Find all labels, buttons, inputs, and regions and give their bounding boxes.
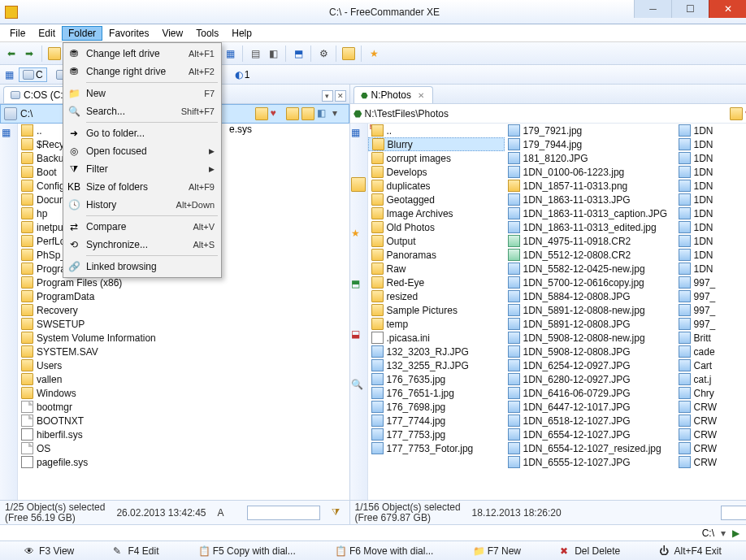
list-item[interactable]: 1DN_6518-12-1027.JPG	[505, 414, 675, 428]
path-dropdown[interactable]: ▾	[332, 107, 345, 120]
list-item[interactable]: 1DN	[675, 137, 746, 151]
menu-file[interactable]: File	[3, 26, 32, 41]
sidetool-search-icon[interactable]: 🔍	[351, 379, 366, 393]
menu-item-open-focused[interactable]: ◎Open focused▶	[65, 142, 219, 160]
list-item[interactable]: 132_3203_RJ.JPG	[368, 345, 505, 358]
list-item[interactable]: 997_	[675, 289, 746, 303]
right-tab[interactable]: ⬣ N:Photos ✕	[353, 86, 433, 103]
list-item[interactable]: Output	[368, 234, 505, 248]
list-item[interactable]: BOOTNXT	[18, 414, 349, 428]
list-item[interactable]: CRW	[675, 455, 746, 469]
sidetool-favorites-icon[interactable]: ★	[351, 228, 366, 242]
list-item[interactable]: resized	[368, 289, 505, 303]
list-item[interactable]: cat.j	[675, 372, 746, 386]
list-item[interactable]: 176_7635.jpg	[368, 372, 505, 386]
address-dropdown-icon[interactable]: ▾	[721, 527, 726, 539]
list-item[interactable]: duplicates	[368, 179, 505, 193]
sidetool-icon[interactable]: ⬓	[351, 328, 366, 343]
list-item[interactable]: 1DN_1863-11-0313.JPG	[505, 193, 675, 206]
list-item[interactable]: 177_7753_Fotor.jpg	[368, 441, 505, 455]
sidetool-icon[interactable]: ⬒	[351, 278, 366, 293]
filter-icon[interactable]: ⧩	[332, 506, 345, 519]
toolbar-button[interactable]: ▤	[247, 46, 263, 62]
list-item[interactable]: 1DN_6554-12-1027.JPG	[505, 428, 675, 441]
list-item[interactable]: Recovery	[18, 303, 349, 317]
path-icon[interactable]	[730, 107, 743, 120]
list-item[interactable]: CRW	[675, 400, 746, 414]
list-item[interactable]: 1DN	[675, 206, 746, 220]
fkey-1[interactable]: ✎F4 Edit	[113, 545, 158, 557]
list-item[interactable]: 1DN_4975-11-0918.CR2	[505, 234, 675, 248]
toolbar-button[interactable]	[46, 46, 63, 62]
sidetool-icon[interactable]	[351, 177, 366, 192]
menu-item-filter[interactable]: ⧩Filter▶	[65, 160, 219, 178]
list-item[interactable]: 1DN_5512-12-0808.CR2	[505, 248, 675, 262]
list-item[interactable]: 181_8120.JPG	[505, 151, 675, 165]
menu-item-size-of-folders[interactable]: KBSize of foldersAlt+F9	[65, 178, 219, 196]
menu-item-synchronize-[interactable]: ⟲Synchronize...Alt+S	[65, 236, 219, 254]
fkey-4[interactable]: 📁F7 New	[473, 545, 521, 557]
list-item[interactable]: 179_7944.jpg	[505, 137, 675, 151]
back-button[interactable]: ⬅	[3, 46, 20, 62]
fkey-2[interactable]: 📋F5 Copy with dial...	[198, 545, 296, 557]
list-item[interactable]: OS	[18, 441, 349, 455]
fkey-6[interactable]: ⏻Alt+F4 Exit	[659, 545, 721, 557]
sidetool-icon[interactable]: ▦	[2, 127, 16, 141]
menu-help[interactable]: Help	[225, 26, 258, 41]
menu-item-history[interactable]: 🕓HistoryAlt+Down	[65, 196, 219, 214]
menu-view[interactable]: View	[155, 26, 189, 41]
toolbar-button[interactable]	[340, 46, 357, 62]
list-item[interactable]: pagefile.sys	[18, 455, 349, 469]
drive-c[interactable]: C	[19, 67, 47, 82]
list-item[interactable]: vallen	[18, 372, 349, 386]
list-item[interactable]: 1DN_5908-12-0808.JPG	[505, 345, 675, 358]
list-item[interactable]: 1DN	[675, 165, 746, 179]
toolbar-button[interactable]: ◧	[265, 46, 281, 62]
list-item[interactable]: Chry	[675, 386, 746, 400]
toolbar-button[interactable]: ⚙	[315, 46, 332, 62]
list-item[interactable]: 1DN	[675, 248, 746, 262]
list-item[interactable]: Windows	[18, 386, 349, 400]
menu-folder[interactable]: Folder	[62, 26, 102, 41]
list-item[interactable]: 1DN_1863-11-0313_caption.JPG	[505, 206, 675, 220]
list-item[interactable]: 1DN_6416-06-0729.JPG	[505, 386, 675, 400]
list-item[interactable]: cade	[675, 345, 746, 358]
maximize-button[interactable]: ☐	[671, 0, 709, 18]
list-item[interactable]: 1DN	[675, 262, 746, 276]
list-item[interactable]: corrupt images	[368, 151, 505, 165]
list-item[interactable]: Users	[18, 358, 349, 372]
list-item[interactable]: 1DN_1857-11-0313.png	[505, 179, 675, 193]
path-icon[interactable]	[286, 107, 299, 120]
list-item[interactable]: 176_7698.jpg	[368, 400, 505, 414]
list-item[interactable]: 1DN	[675, 220, 746, 234]
list-item[interactable]: CRW	[675, 414, 746, 428]
list-item[interactable]: 179_7921.jpg	[505, 124, 675, 137]
menu-item-change-right-drive[interactable]: ⛃Change right driveAlt+F2	[65, 63, 219, 80]
list-item[interactable]: 177_7744.jpg	[368, 414, 505, 428]
list-item[interactable]: bootmgr	[18, 400, 349, 414]
menu-item-change-left-drive[interactable]: ⛃Change left driveAlt+F1	[65, 45, 219, 63]
forward-button[interactable]: ➡	[21, 46, 37, 62]
list-item[interactable]: 1DN	[675, 124, 746, 137]
list-item[interactable]: SYSTEM.SAV	[18, 345, 349, 358]
close-button[interactable]: ✕	[709, 0, 746, 18]
list-item[interactable]: 1DN	[675, 179, 746, 193]
list-item[interactable]: CRW	[675, 428, 746, 441]
list-item[interactable]: 1DN_5891-12-0808-new.jpg	[505, 303, 675, 317]
list-item[interactable]: Image Archives	[368, 206, 505, 220]
list-item[interactable]: Old Photos	[368, 220, 505, 234]
menu-favorites[interactable]: Favorites	[102, 26, 155, 41]
list-item[interactable]: Develops	[368, 165, 505, 179]
list-item[interactable]: 1DN_0100-06-1223.jpg	[505, 165, 675, 179]
list-item[interactable]: 1DN_6280-12-0927.JPG	[505, 372, 675, 386]
list-item[interactable]: CRW	[675, 441, 746, 455]
toolbar-button[interactable]: ▦	[222, 46, 238, 62]
right-pathbar[interactable]: ⬣ N:\TestFiles\Photos ♥ ◧ ▾	[350, 104, 746, 124]
list-item[interactable]: Britt	[675, 331, 746, 345]
list-item[interactable]: .picasa.ini	[368, 331, 505, 345]
tab-dropdown[interactable]: ▾	[322, 90, 333, 102]
fkey-0[interactable]: 👁F3 View	[24, 545, 74, 557]
toolbar-button[interactable]: ★	[366, 46, 382, 62]
list-item[interactable]: 132_3255_RJ.JPG	[368, 358, 505, 372]
list-item[interactable]: 1DN_6447-12-1017.JPG	[505, 400, 675, 414]
